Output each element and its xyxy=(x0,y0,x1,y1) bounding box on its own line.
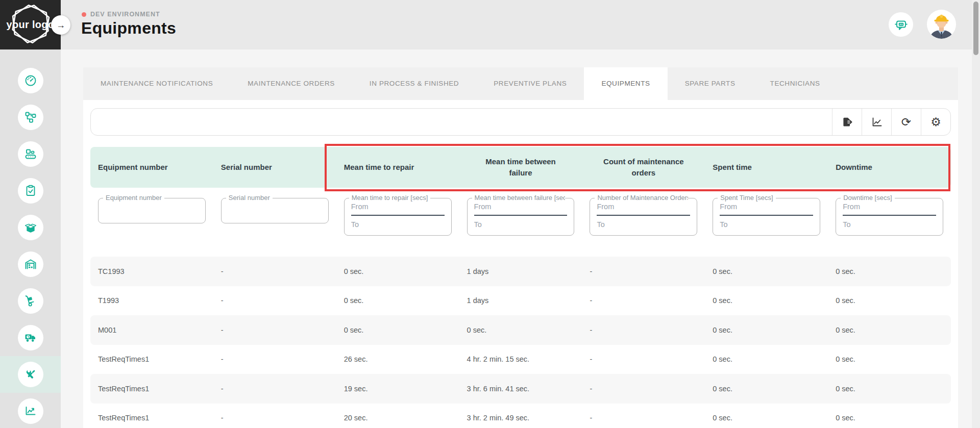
table-cell: - xyxy=(582,414,705,422)
sidebar-item-production-line[interactable] xyxy=(0,136,61,172)
equipments-card: MAINTENANCE NOTIFICATIONS MAINTENANCE OR… xyxy=(83,67,958,428)
page-content: MAINTENANCE NOTIFICATIONS MAINTENANCE OR… xyxy=(61,49,972,428)
table-row[interactable]: TestReqTimes1-19 sec.3 hr. 6 min. 41 sec… xyxy=(90,374,951,404)
table-cell: - xyxy=(582,385,705,393)
filter-label: Mean time between failure [secs] xyxy=(472,194,566,202)
table-row[interactable]: TestReqTimes1-20 sec.3 hr. 2 min. 49 sec… xyxy=(90,404,951,428)
downtime-from-input[interactable] xyxy=(843,203,936,216)
sidebar: your logo xyxy=(0,0,61,428)
table-cell: 0 sec. xyxy=(828,385,951,393)
top-header: DEV ENVIRONMENT Equipments xyxy=(61,0,972,49)
spent-time-to-input[interactable] xyxy=(720,220,813,229)
scrollbar-thumb[interactable] xyxy=(973,2,978,55)
mean-time-to-repair-to-input[interactable] xyxy=(351,220,445,229)
table-cell: - xyxy=(213,267,336,275)
table-row[interactable]: T1993-0 sec.1 days-0 sec.0 sec. xyxy=(90,286,951,316)
clipboard-check-icon xyxy=(18,178,43,204)
user-avatar[interactable] xyxy=(927,10,956,39)
export-button[interactable] xyxy=(832,109,862,135)
sidebar-item-work-orders[interactable] xyxy=(0,172,61,209)
tab-in-process-finished[interactable]: IN PROCESS & FINISHED xyxy=(352,67,476,100)
spent-time-from-input[interactable] xyxy=(720,203,813,216)
sidebar-item-warehouse[interactable] xyxy=(0,246,61,283)
table-cell: 20 sec. xyxy=(336,414,459,422)
table-cell: 0 sec. xyxy=(828,296,951,305)
filter-label: Downtime [secs] xyxy=(841,194,894,202)
table-cell: 0 sec. xyxy=(459,326,582,334)
filter-label: Spent Time [secs] xyxy=(718,194,775,202)
column-header-mean-time-to-repair[interactable]: Mean time to repair xyxy=(336,162,459,173)
mean-time-to-repair-filter: Mean time to repair [secs] xyxy=(344,198,452,236)
table-row[interactable]: M001-0 sec.0 sec.-0 sec.0 sec. xyxy=(90,315,951,345)
number-of-maintenance-orders-to-input[interactable] xyxy=(597,220,690,229)
table-cell: 0 sec. xyxy=(705,355,828,363)
settings-button[interactable]: ⚙ xyxy=(921,109,950,135)
environment-label: DEV ENVIRONMENT xyxy=(90,11,160,18)
column-header-serial-number[interactable]: Serial number xyxy=(213,162,336,173)
chatbot-button[interactable] xyxy=(889,12,913,37)
mean-time-between-failure-from-input[interactable] xyxy=(474,203,568,216)
table-row[interactable]: TestReqTimes1-26 sec.4 hr. 2 min. 15 sec… xyxy=(90,345,951,374)
sidebar-item-hierarchy[interactable] xyxy=(0,99,61,136)
warehouse-icon xyxy=(18,251,43,277)
sidebar-collapse-button[interactable]: → xyxy=(51,15,70,35)
table-panel: ⟳ ⚙ Equipment number Serial number Mean … xyxy=(83,100,958,428)
sidebar-item-delivery-truck[interactable] xyxy=(0,319,61,356)
table-cell: 3 hr. 2 min. 49 sec. xyxy=(459,414,582,422)
filter-label: Serial number xyxy=(226,194,273,202)
table-cell: - xyxy=(213,355,336,363)
column-header-count-of-maintenance-orders[interactable]: Count of maintenance orders xyxy=(582,156,705,179)
tab-maintenance-notifications[interactable]: MAINTENANCE NOTIFICATIONS xyxy=(83,67,230,100)
table-body: TC1993-0 sec.1 days-0 sec.0 sec.T1993-0 … xyxy=(90,257,951,428)
environment-badge: DEV ENVIRONMENT xyxy=(82,11,160,18)
table-cell: - xyxy=(582,296,705,305)
tab-maintenance-orders[interactable]: MAINTENANCE ORDERS xyxy=(230,67,352,100)
table-cell: - xyxy=(582,326,705,334)
tab-spare-parts[interactable]: SPARE PARTS xyxy=(668,67,753,100)
column-header-equipment-number[interactable]: Equipment number xyxy=(90,162,213,173)
table-cell: 0 sec. xyxy=(336,267,459,275)
table-cell: 4 hr. 2 min. 15 sec. xyxy=(459,355,582,363)
filter-label: Equipment number xyxy=(103,194,164,202)
table-row[interactable]: TC1993-0 sec.1 days-0 sec.0 sec. xyxy=(90,257,951,286)
page-scrollbar[interactable] xyxy=(972,0,980,428)
table-cell: 0 sec. xyxy=(828,326,951,334)
mean-time-between-failure-to-input[interactable] xyxy=(474,220,568,229)
tab-technicians[interactable]: TECHNICIANS xyxy=(753,67,838,100)
sidebar-item-hand-truck[interactable] xyxy=(0,283,61,319)
sidebar-item-spare-parts[interactable] xyxy=(0,209,61,246)
column-header-mean-time-between-failure[interactable]: Mean time between failure xyxy=(459,156,582,179)
equipment-number-filter-input[interactable] xyxy=(99,198,205,223)
table-cell: 0 sec. xyxy=(828,355,951,363)
table-cell: 19 sec. xyxy=(336,385,459,393)
table-cell: 0 sec. xyxy=(705,414,828,422)
table-cell: - xyxy=(582,267,705,275)
column-header-downtime[interactable]: Downtime xyxy=(828,162,951,173)
table-cell: TC1993 xyxy=(90,267,213,275)
chart-view-button[interactable] xyxy=(862,109,891,135)
table-cell: 0 sec. xyxy=(828,267,951,275)
sidebar-item-analytics[interactable] xyxy=(0,393,61,428)
delivery-truck-icon xyxy=(18,325,43,350)
table-cell: - xyxy=(213,326,336,334)
column-header-spent-time[interactable]: Spent time xyxy=(705,162,828,173)
sidebar-item-dashboard[interactable] xyxy=(0,62,61,99)
table-cell: M001 xyxy=(90,326,213,334)
table-cell: 26 sec. xyxy=(336,355,459,363)
mean-time-to-repair-from-input[interactable] xyxy=(351,203,445,216)
worker-avatar-icon xyxy=(927,10,956,39)
sidebar-item-maintenance[interactable] xyxy=(0,356,61,393)
table-cell: 1 days xyxy=(459,296,582,305)
number-of-maintenance-orders-from-input[interactable] xyxy=(597,203,690,216)
table-cell: 0 sec. xyxy=(705,296,828,305)
tab-equipments[interactable]: EQUIPMENTS xyxy=(584,67,667,100)
table-cell: TestReqTimes1 xyxy=(90,414,213,422)
refresh-button[interactable]: ⟳ xyxy=(891,109,921,135)
sidebar-nav xyxy=(0,62,61,428)
downtime-to-input[interactable] xyxy=(843,220,936,229)
page-title: Equipments xyxy=(81,19,176,38)
tab-preventive-plans[interactable]: PREVENTIVE PLANS xyxy=(476,67,584,100)
serial-number-filter-input[interactable] xyxy=(222,198,328,223)
table-cell: 0 sec. xyxy=(705,385,828,393)
table-cell: 1 days xyxy=(459,267,582,275)
